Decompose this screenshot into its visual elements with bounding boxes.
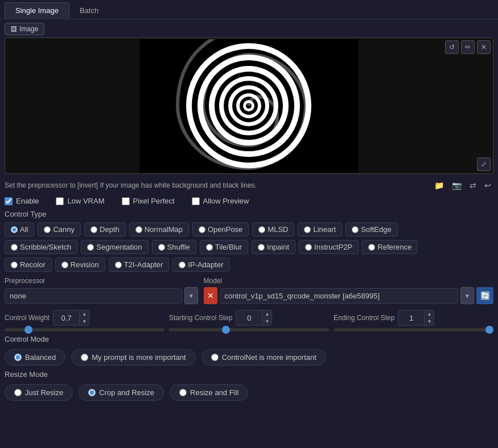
resize-just-resize[interactable]: Just Resize <box>5 384 73 401</box>
control-weight-down[interactable]: ▼ <box>80 318 89 325</box>
control-type-mlsd[interactable]: MLSD <box>252 222 294 237</box>
undo-icon-button[interactable]: ↩ <box>482 180 493 191</box>
enable-label: Enable <box>16 197 39 205</box>
preprocessor-dropdown-arrow[interactable]: ▼ <box>184 287 198 304</box>
control-type-softedge[interactable]: SoftEdge <box>345 222 398 237</box>
control-type-scribble[interactable]: Scribble/Sketch <box>5 240 77 254</box>
preprocessor-label: Preprocessor <box>5 277 198 285</box>
resize-fill-radio[interactable] <box>179 389 187 396</box>
ending-step-input[interactable] <box>398 312 424 324</box>
image-close-button[interactable]: ✕ <box>477 40 491 54</box>
starting-step-input[interactable] <box>236 312 262 324</box>
control-weight-input[interactable] <box>53 312 79 324</box>
ctrl-seg-label: Segmentation <box>96 243 142 251</box>
model-error-button[interactable]: ✕ <box>204 287 217 304</box>
ending-step-down[interactable]: ▼ <box>425 318 434 325</box>
ending-step-label: Ending Control Step <box>334 314 394 322</box>
pixel-perfect-checkbox[interactable] <box>122 197 130 205</box>
mode-controlnet[interactable]: ControlNet is more important <box>201 349 326 366</box>
enable-checkbox[interactable] <box>5 197 13 205</box>
control-type-recolor[interactable]: Recolor <box>5 258 52 272</box>
weights-row: Control Weight ▲ ▼ Starting Control Step… <box>0 308 498 328</box>
image-icon: 🖼 <box>11 26 17 32</box>
resize-fill-label: Resize and Fill <box>190 388 238 397</box>
starting-step-group: Starting Control Step ▲ ▼ <box>169 310 329 326</box>
control-weight-label: Control Weight <box>5 314 50 322</box>
control-type-reference[interactable]: Reference <box>362 240 418 254</box>
image-btn-label: Image <box>19 25 38 33</box>
folder-icon-button[interactable]: 📁 <box>432 180 446 191</box>
enable-checkbox-item[interactable]: Enable <box>5 197 39 205</box>
control-type-normalmap[interactable]: NormalMap <box>129 222 189 237</box>
ctrl-t2i-label: T2I-Adapter <box>124 260 163 269</box>
sliders-row <box>0 328 498 334</box>
control-type-canny[interactable]: Canny <box>38 222 81 237</box>
control-type-t2i-adapter[interactable]: T2I-Adapter <box>109 258 170 272</box>
tab-bar: Single Image Batch <box>0 0 498 19</box>
tab-single-image[interactable]: Single Image <box>5 2 69 19</box>
control-type-shuffle[interactable]: Shuffle <box>152 240 196 254</box>
model-dropdown-arrow[interactable]: ▼ <box>460 287 474 304</box>
ctrl-recolor-label: Recolor <box>20 260 46 269</box>
pixel-perfect-label: Pixel Perfect <box>133 197 175 205</box>
model-section: Model ✕ control_v1p_sd15_qrcode_monster … <box>204 277 493 304</box>
tab-batch[interactable]: Batch <box>69 2 109 19</box>
resize-just-resize-radio[interactable] <box>14 389 22 396</box>
resize-crop-resize-radio[interactable] <box>88 389 96 396</box>
mode-balanced-label: Balanced <box>25 353 56 362</box>
mode-balanced[interactable]: Balanced <box>5 349 65 366</box>
ending-step-slider[interactable] <box>334 328 493 331</box>
starting-step-up[interactable]: ▲ <box>262 310 271 318</box>
control-type-depth[interactable]: Depth <box>84 222 126 237</box>
mode-my-prompt-radio[interactable] <box>81 354 88 361</box>
image-overlay-controls: ↺ ✏ ✕ <box>445 40 491 54</box>
low-vram-checkbox-item[interactable]: Low VRAM <box>56 197 104 205</box>
image-reset-button[interactable]: ↺ <box>445 40 459 54</box>
allow-preview-checkbox[interactable] <box>192 197 200 205</box>
model-select[interactable]: control_v1p_sd15_qrcode_monster [a6e5899… <box>220 288 458 304</box>
ctrl-revision-label: Revision <box>71 260 99 269</box>
control-weight-group: Control Weight ▲ ▼ <box>5 310 164 326</box>
control-type-row-2: Scribble/Sketch Segmentation Shuffle Til… <box>0 238 498 256</box>
control-weight-up[interactable]: ▲ <box>80 310 89 318</box>
image-preview-area[interactable]: ↺ ✏ ✕ ⤢ <box>5 38 493 174</box>
ctrl-instructp2p-label: InstructP2P <box>314 243 352 251</box>
control-type-instructp2p[interactable]: InstructP2P <box>299 240 359 254</box>
pixel-perfect-checkbox-item[interactable]: Pixel Perfect <box>122 197 175 205</box>
control-weight-slider[interactable] <box>5 328 164 331</box>
starting-step-down[interactable]: ▼ <box>262 318 271 325</box>
ending-step-group: Ending Control Step ▲ ▼ <box>334 310 493 326</box>
ending-step-arrows: ▲ ▼ <box>424 310 434 325</box>
low-vram-checkbox[interactable] <box>56 197 64 205</box>
swap-icon-button[interactable]: ⇄ <box>467 180 479 191</box>
mode-controlnet-label: ControlNet is more important <box>222 353 316 362</box>
control-type-openpose[interactable]: OpenPose <box>192 222 249 237</box>
control-type-all[interactable]: All <box>5 222 34 237</box>
camera-icon-button[interactable]: 📷 <box>450 180 464 191</box>
starting-step-slider[interactable] <box>169 328 329 331</box>
model-refresh-button[interactable]: 🔄 <box>476 287 493 304</box>
control-type-segmentation[interactable]: Segmentation <box>81 240 148 254</box>
preprocessor-model-row: Preprocessor none ▼ Model ✕ control_v1p_… <box>0 273 498 308</box>
ending-step-up[interactable]: ▲ <box>425 310 434 318</box>
image-edit-button[interactable]: ✏ <box>461 40 475 54</box>
allow-preview-checkbox-item[interactable]: Allow Preview <box>192 197 249 205</box>
resize-mode-row: Just Resize Crop and Resize Resize and F… <box>0 381 498 404</box>
image-expand-button[interactable]: ⤢ <box>477 157 491 171</box>
control-type-revision[interactable]: Revision <box>55 258 105 272</box>
model-select-wrapper: ✕ control_v1p_sd15_qrcode_monster [a6e58… <box>204 287 493 304</box>
mode-controlnet-radio[interactable] <box>211 354 219 361</box>
control-type-lineart[interactable]: Lineart <box>298 222 342 237</box>
mode-my-prompt[interactable]: My prompt is more important <box>71 349 195 366</box>
control-type-row-1: All Canny Depth NormalMap OpenPose MLSD … <box>0 221 498 238</box>
resize-crop-resize[interactable]: Crop and Resize <box>79 384 164 401</box>
control-type-tile-blur[interactable]: Tile/Blur <box>200 240 248 254</box>
ctrl-mlsd-label: MLSD <box>267 225 288 234</box>
control-type-inpaint[interactable]: Inpaint <box>252 240 295 254</box>
mode-balanced-radio[interactable] <box>14 354 22 361</box>
image-label-button[interactable]: 🖼 Image <box>5 23 44 35</box>
preprocessor-select[interactable]: none <box>5 288 182 304</box>
control-type-ip-adapter[interactable]: IP-Adapter <box>172 258 229 272</box>
resize-fill[interactable]: Resize and Fill <box>170 384 248 401</box>
ctrl-scribble-label: Scribble/Sketch <box>20 243 71 251</box>
